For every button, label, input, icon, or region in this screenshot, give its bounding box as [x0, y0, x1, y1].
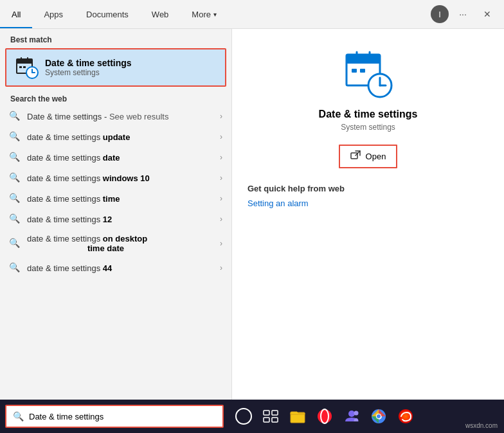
- opera-icon[interactable]: [312, 404, 337, 429]
- svg-point-29: [354, 411, 359, 416]
- search-icon-8: 🔍: [9, 262, 21, 274]
- teams-icon[interactable]: [339, 404, 364, 429]
- search-icon: 🔍: [9, 110, 21, 122]
- top-navigation: All Apps Documents Web More ▾ I ··· ✕: [0, 0, 504, 29]
- main-content: Best match: [0, 29, 504, 400]
- left-panel: Best match: [0, 29, 231, 400]
- watermark: wsxdn.com: [465, 422, 498, 429]
- best-match-label: Best match: [0, 29, 231, 48]
- chevron-right-icon-8: ›: [220, 263, 222, 272]
- search-result-5[interactable]: 🔍 date & time settings time ›: [0, 188, 231, 209]
- task-view-icon[interactable]: [258, 404, 283, 429]
- tab-all[interactable]: All: [0, 0, 32, 28]
- search-icon-3: 🔍: [9, 152, 21, 163]
- search-result-6[interactable]: 🔍 date & time settings 12 ›: [0, 209, 231, 229]
- search-icon-6: 🔍: [9, 213, 21, 225]
- svg-point-26: [318, 409, 332, 423]
- best-match-subtitle: System settings: [45, 68, 132, 77]
- search-result-1[interactable]: 🔍 Date & time settings - See web results…: [0, 106, 231, 127]
- chevron-right-icon-7: ›: [220, 239, 222, 248]
- taskbar-icons: [231, 404, 418, 429]
- search-result-text-6: date & time settings 12: [27, 215, 220, 224]
- best-match-item[interactable]: Date & time settings System settings: [5, 48, 226, 87]
- search-result-8[interactable]: 🔍 date & time settings 44 ›: [0, 258, 231, 278]
- open-label: Open: [366, 152, 386, 161]
- search-result-7[interactable]: 🔍 date & time settings on desktop time d…: [0, 229, 231, 258]
- svg-rect-23: [264, 418, 269, 422]
- search-result-text-7: date & time settings on desktop time dat…: [27, 234, 220, 253]
- search-result-4[interactable]: 🔍 date & time settings windows 10 ›: [0, 168, 231, 188]
- svg-rect-18: [351, 153, 357, 159]
- chevron-right-icon-3: ›: [220, 153, 222, 162]
- search-icon-4: 🔍: [9, 172, 21, 184]
- search-icon-5: 🔍: [9, 193, 21, 204]
- tab-more[interactable]: More ▾: [180, 0, 228, 28]
- best-match-title: Date & time settings: [45, 58, 132, 68]
- taskbar: 🔍: [0, 400, 504, 433]
- taskbar-search-box[interactable]: 🔍: [5, 405, 224, 428]
- search-result-text-2: date & time settings update: [27, 132, 220, 142]
- date-time-icon: [15, 56, 39, 79]
- search-icon-2: 🔍: [9, 131, 21, 143]
- svg-rect-1: [17, 59, 32, 64]
- tab-documents[interactable]: Documents: [75, 0, 140, 28]
- svg-rect-14: [360, 69, 365, 73]
- search-result-text: Date & time settings - See web results: [27, 112, 220, 121]
- right-app-subtitle: System settings: [341, 123, 395, 132]
- right-panel: Date & time settings System settings Ope…: [231, 29, 504, 400]
- nav-right-controls: I ··· ✕: [431, 0, 504, 28]
- chrome-icon[interactable]: [366, 404, 391, 429]
- taskbar-search-input[interactable]: [29, 412, 216, 421]
- chevron-right-icon-4: ›: [220, 173, 222, 182]
- svg-rect-5: [23, 66, 26, 68]
- tab-apps[interactable]: Apps: [32, 0, 75, 28]
- svg-point-28: [348, 411, 355, 417]
- search-result-text-8: date & time settings 44: [27, 263, 220, 273]
- app-icon-large: [343, 48, 394, 100]
- svg-rect-22: [272, 411, 278, 415]
- search-result-text-4: date & time settings windows 10: [27, 173, 220, 183]
- best-match-text: Date & time settings System settings: [45, 58, 132, 77]
- open-icon: [350, 150, 361, 163]
- right-app-title: Date & time settings: [319, 109, 418, 120]
- search-result-2[interactable]: 🔍 date & time settings update ›: [0, 127, 231, 147]
- chevron-right-icon-6: ›: [220, 215, 222, 224]
- edge-icon[interactable]: [393, 404, 418, 429]
- chevron-down-icon: ▾: [213, 11, 217, 18]
- svg-point-20: [236, 409, 251, 424]
- svg-point-33: [377, 414, 381, 418]
- open-button[interactable]: Open: [339, 145, 398, 168]
- options-button[interactable]: ···: [453, 4, 473, 24]
- quick-help-item[interactable]: Setting an alarm: [248, 199, 309, 208]
- web-section-label: Search the web: [0, 89, 231, 106]
- search-icon-7: 🔍: [9, 238, 21, 249]
- chevron-right-icon-5: ›: [220, 194, 222, 203]
- user-avatar[interactable]: I: [431, 5, 449, 23]
- close-button[interactable]: ✕: [477, 4, 498, 24]
- chevron-right-icon-2: ›: [220, 132, 222, 141]
- quick-help-title: Get quick help from web: [248, 184, 345, 193]
- taskbar-search-icon: 🔍: [13, 411, 24, 421]
- svg-rect-13: [352, 69, 357, 73]
- svg-rect-21: [264, 411, 269, 415]
- search-result-text-3: date & time settings date: [27, 153, 220, 163]
- chevron-right-icon: ›: [220, 112, 222, 121]
- svg-rect-24: [272, 418, 278, 422]
- file-explorer-icon[interactable]: [285, 404, 310, 429]
- search-result-text-5: date & time settings time: [27, 194, 220, 204]
- tab-web[interactable]: Web: [140, 0, 181, 28]
- svg-rect-4: [19, 66, 22, 68]
- search-result-3[interactable]: 🔍 date & time settings date ›: [0, 147, 231, 168]
- cortana-icon[interactable]: [231, 404, 256, 429]
- svg-rect-10: [346, 55, 380, 64]
